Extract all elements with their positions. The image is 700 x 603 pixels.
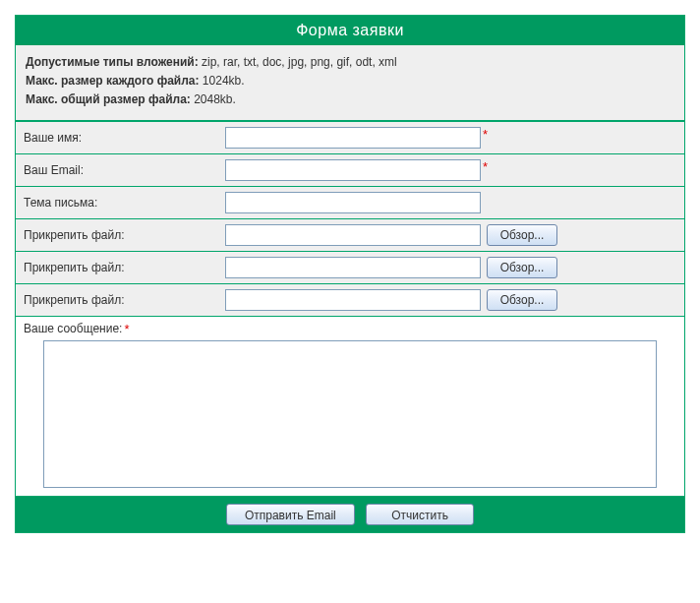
row-subject: Тема письма: xyxy=(16,186,684,218)
message-label: Ваше сообщение: xyxy=(24,322,122,335)
name-label: Ваше имя: xyxy=(16,121,217,153)
attach-label-2: Прикрепить файл: xyxy=(16,251,217,283)
allowed-types-line: Допустимые типы вложений: zip, rar, txt,… xyxy=(26,53,674,72)
form-title: Форма заявки xyxy=(16,16,684,45)
fields-table: Ваше имя: * Ваш Email: * Тема письма: Пр… xyxy=(16,121,684,497)
browse-button-2[interactable]: Обзор... xyxy=(487,257,557,278)
browse-button-1[interactable]: Обзор... xyxy=(487,224,557,246)
message-label-line: Ваше сообщение:* xyxy=(24,322,676,336)
row-attach-3: Прикрепить файл: Обзор... xyxy=(16,283,684,316)
max-each-label: Макс. размер каждого файла: xyxy=(26,74,200,88)
form-footer: Отправить Email Отчистить xyxy=(16,497,684,532)
message-textarea[interactable] xyxy=(43,340,657,488)
email-label: Ваш Email: xyxy=(16,153,217,186)
attach-label-3: Прикрепить файл: xyxy=(16,283,217,316)
row-attach-1: Прикрепить файл: Обзор... xyxy=(16,218,684,251)
name-input[interactable] xyxy=(225,127,481,149)
file-path-display-2 xyxy=(225,257,481,278)
clear-button[interactable]: Отчистить xyxy=(366,504,474,525)
subject-input[interactable] xyxy=(225,192,481,213)
file-path-display-1 xyxy=(225,224,481,246)
row-attach-2: Прикрепить файл: Обзор... xyxy=(16,251,684,283)
row-name: Ваше имя: * xyxy=(16,121,684,153)
max-total-label: Макс. общий размер файла: xyxy=(26,92,191,106)
allowed-types-value: zip, rar, txt, doc, jpg, png, gif, odt, … xyxy=(199,55,397,69)
max-each-value: 1024kb. xyxy=(200,74,245,88)
request-form: Форма заявки Допустимые типы вложений: z… xyxy=(15,15,685,533)
required-mark: * xyxy=(124,322,129,336)
subject-label: Тема письма: xyxy=(16,186,217,218)
required-mark: * xyxy=(483,127,488,142)
required-mark: * xyxy=(483,159,488,174)
row-email: Ваш Email: * xyxy=(16,153,684,186)
max-total-line: Макс. общий размер файла: 2048kb. xyxy=(26,90,674,109)
send-button[interactable]: Отправить Email xyxy=(226,504,355,525)
max-each-line: Макс. размер каждого файла: 1024kb. xyxy=(26,72,674,90)
info-block: Допустимые типы вложений: zip, rar, txt,… xyxy=(16,45,684,121)
allowed-types-label: Допустимые типы вложений: xyxy=(26,55,199,69)
browse-button-3[interactable]: Обзор... xyxy=(487,289,557,311)
email-input[interactable] xyxy=(225,159,481,181)
max-total-value: 2048kb. xyxy=(191,92,236,106)
row-message: Ваше сообщение:* xyxy=(16,316,684,496)
file-path-display-3 xyxy=(225,289,481,311)
attach-label-1: Прикрепить файл: xyxy=(16,218,217,251)
